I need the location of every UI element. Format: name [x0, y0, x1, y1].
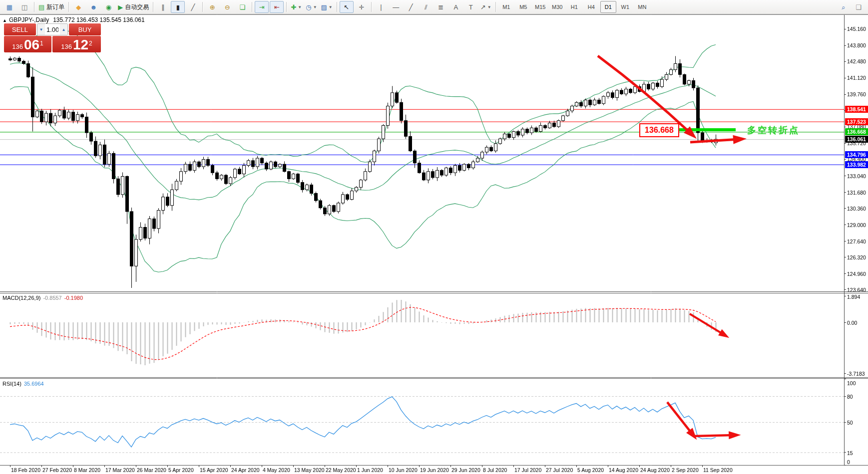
date-label: 10 Jun 2020	[389, 467, 418, 473]
timeframe-m30[interactable]: M30	[549, 1, 565, 13]
sell-button[interactable]: SELL	[4, 23, 36, 35]
indicators-icon[interactable]: ✚▼	[289, 1, 303, 13]
timeframe-h4[interactable]: H4	[583, 1, 599, 13]
rsi-axis-tick	[844, 379, 846, 379]
timeframe-m15[interactable]: M15	[532, 1, 548, 13]
market-watch-icon[interactable]: ◆	[71, 1, 85, 13]
channel-icon[interactable]: ⫽	[419, 1, 433, 13]
toolbar-separator	[153, 2, 153, 12]
price-level-tag: 134.796	[845, 151, 868, 158]
chevron-down-icon: ▼	[298, 5, 302, 9]
chart-canvas[interactable]	[0, 0, 868, 474]
buy-price-pips: 12	[73, 38, 88, 52]
horizontal-line-icon[interactable]: ―	[389, 1, 403, 13]
text-label-icon[interactable]: T	[464, 1, 478, 13]
macd-indicator-label: MACD(12,26,9)-0.8557-0.1980	[2, 295, 83, 301]
profiles-icon[interactable]: ◫	[17, 1, 31, 13]
new-order-icon: ▤	[38, 4, 44, 10]
candle-chart-icon[interactable]: ▮	[171, 1, 185, 13]
new-order-button[interactable]: ▤新订单	[37, 1, 66, 13]
price-axis-tick	[844, 289, 846, 290]
volume-increase-button[interactable]: ▲	[60, 24, 67, 35]
cursor-icon[interactable]: ↖	[340, 1, 354, 13]
toolbar-group: ⇥⇤	[254, 0, 284, 14]
price-level-tag: 138.541	[845, 106, 868, 113]
date-label: 24 Aug 2020	[640, 467, 670, 473]
date-label: 26 Mar 2020	[137, 467, 166, 473]
strategy-tester-icon[interactable]: ◉	[101, 1, 115, 13]
timeframe-w1[interactable]: W1	[617, 1, 633, 13]
one-click-trade-panel: SELL ▼ ▲ BUY 136 06 1 136 12 2	[4, 23, 101, 52]
volume-decrease-button[interactable]: ▼	[37, 24, 45, 35]
price-tick-label: 145.160	[847, 26, 866, 32]
community-icon[interactable]: ❑	[852, 1, 866, 13]
date-label: 24 Apr 2020	[231, 467, 260, 473]
data-window-icon[interactable]: ☻	[86, 1, 100, 13]
toolbar-separator	[252, 2, 252, 12]
timeframe-m5[interactable]: M5	[515, 1, 531, 13]
timeframe-h1[interactable]: H1	[566, 1, 582, 13]
buy-button[interactable]: BUY	[69, 23, 101, 35]
price-tick-label: 143.800	[847, 42, 866, 48]
date-label: 13 May 2020	[294, 467, 325, 473]
sell-price-point: 1	[40, 36, 43, 51]
price-tick-label: 133.040	[847, 173, 866, 179]
price-annotation-label[interactable]: 136.668	[639, 123, 679, 137]
macd-axis-tick	[844, 373, 846, 374]
tile-windows-icon: ❏	[239, 4, 245, 10]
price-axis-tick	[844, 159, 846, 160]
buy-price-point: 2	[89, 36, 92, 51]
mt4-window: ▦◫▤新订单◆☻◉▶自动交易∥▮╱⊕⊖❏⇥⇤✚▼◷▼▨▼↖✛∣―╱⫽≣AT↗▼M…	[0, 0, 868, 474]
market-watch-icon: ◆	[76, 4, 81, 10]
price-level-tag: 136.668	[845, 128, 868, 135]
date-label: 4 May 2020	[263, 467, 290, 473]
date-label: 11 Sep 2020	[703, 467, 733, 473]
fibonacci-icon[interactable]: ≣	[434, 1, 448, 13]
zoom-out-icon[interactable]: ⊖	[220, 1, 234, 13]
bar-chart-icon[interactable]: ∥	[156, 1, 170, 13]
search-icon: ⌕	[842, 4, 845, 10]
zoom-in-icon[interactable]: ⊕	[205, 1, 219, 13]
rsi-axis-tick	[844, 452, 846, 453]
arrows-icon[interactable]: ↗▼	[479, 1, 493, 13]
collapse-trade-panel-icon[interactable]: ▲	[2, 18, 7, 23]
chart-shift-icon[interactable]: ⇤	[270, 1, 284, 13]
buy-price[interactable]: 136 12 2	[52, 36, 101, 52]
toolbar-separator	[495, 2, 496, 12]
sell-price[interactable]: 136 06 1	[4, 36, 51, 52]
text-icon[interactable]: A	[449, 1, 463, 13]
volume-input[interactable]	[45, 24, 60, 35]
tile-windows-icon[interactable]: ❏	[235, 1, 249, 13]
price-axis-tick	[844, 78, 846, 78]
volume-stepper: ▼ ▲	[37, 23, 68, 35]
sell-price-pips: 06	[24, 38, 39, 52]
chevron-down-icon: ▼	[313, 5, 317, 9]
new-chart-icon[interactable]: ▦	[2, 1, 16, 13]
timeframe-mn[interactable]: MN	[634, 1, 650, 13]
timeframe-m1[interactable]: M1	[498, 1, 514, 13]
price-axis-tick	[844, 192, 846, 193]
timeframe-d1[interactable]: D1	[600, 1, 616, 13]
price-axis-tick	[844, 143, 846, 144]
crosshair-icon: ✛	[359, 4, 364, 10]
auto-trading-button[interactable]: ▶自动交易	[116, 1, 150, 13]
new-order-label: 新订单	[46, 3, 64, 11]
price-axis-tick	[844, 176, 846, 176]
annotation-text[interactable]: 多空转折点	[747, 124, 800, 136]
auto-trading-icon: ▶	[118, 4, 123, 10]
symbol-title: GBPJPY-,Daily	[9, 16, 49, 23]
price-tick-label: 127.640	[847, 238, 866, 244]
templates-icon[interactable]: ▨▼	[320, 1, 334, 13]
toolbar-group: ▤新订单	[36, 0, 66, 14]
periods-icon[interactable]: ◷▼	[304, 1, 318, 13]
price-tick-label: 129.000	[847, 222, 866, 228]
line-chart-icon[interactable]: ╱	[186, 1, 200, 13]
date-label: 8 Mar 2020	[74, 467, 100, 473]
auto-scroll-icon[interactable]: ⇥	[255, 1, 269, 13]
trend-line-icon[interactable]: ╱	[404, 1, 418, 13]
search-icon[interactable]: ⌕	[837, 1, 851, 13]
macd-scale-label: 0.00	[847, 320, 857, 326]
crosshair-icon[interactable]: ✛	[355, 1, 369, 13]
vertical-line-icon[interactable]: ∣	[374, 1, 388, 13]
price-axis-tick	[844, 208, 846, 209]
